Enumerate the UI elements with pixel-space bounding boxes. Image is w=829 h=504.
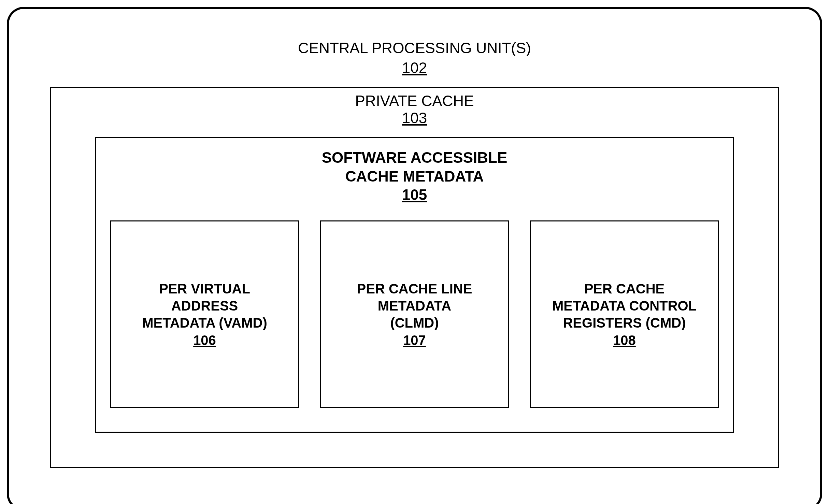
cmd-box: PER CACHE METADATA CONTROL REGISTERS (CM… — [530, 220, 719, 408]
cmd-line2: METADATA CONTROL — [552, 298, 697, 313]
cpu-title: CENTRAL PROCESSING UNIT(S) — [50, 40, 779, 57]
cmd-ref-number: 108 — [613, 333, 636, 348]
cmd-line1: PER CACHE — [584, 281, 665, 296]
vamd-line3: METADATA (VAMD) — [142, 315, 267, 330]
metadata-ref-number: 105 — [110, 186, 719, 203]
vamd-title: PER VIRTUAL ADDRESS METADATA (VAMD) — [142, 280, 267, 331]
cmd-title: PER CACHE METADATA CONTROL REGISTERS (CM… — [552, 280, 697, 331]
inner-boxes-row: PER VIRTUAL ADDRESS METADATA (VAMD) 106 … — [110, 220, 719, 408]
clmd-title: PER CACHE LINE METADATA (CLMD) — [357, 280, 472, 331]
metadata-title: SOFTWARE ACCESSIBLE CACHE METADATA — [110, 148, 719, 186]
private-cache-title: PRIVATE CACHE — [95, 92, 734, 110]
private-cache-ref-number: 103 — [95, 110, 734, 127]
metadata-title-line1: SOFTWARE ACCESSIBLE — [322, 149, 508, 166]
clmd-line1: PER CACHE LINE — [357, 281, 472, 296]
vamd-line1: PER VIRTUAL — [159, 281, 250, 296]
clmd-box: PER CACHE LINE METADATA (CLMD) 107 — [320, 220, 509, 408]
private-cache-box: PRIVATE CACHE 103 SOFTWARE ACCESSIBLE CA… — [50, 87, 779, 468]
cpu-ref-number: 102 — [50, 59, 779, 76]
cpu-container: CENTRAL PROCESSING UNIT(S) 102 PRIVATE C… — [7, 7, 822, 504]
metadata-title-line2: CACHE METADATA — [345, 168, 484, 185]
vamd-box: PER VIRTUAL ADDRESS METADATA (VAMD) 106 — [110, 220, 299, 408]
clmd-ref-number: 107 — [403, 333, 426, 348]
cmd-line3: REGISTERS (CMD) — [563, 315, 686, 330]
clmd-line3: (CLMD) — [390, 315, 439, 330]
vamd-line2: ADDRESS — [171, 298, 238, 313]
clmd-line2: METADATA — [378, 298, 452, 313]
software-accessible-metadata-box: SOFTWARE ACCESSIBLE CACHE METADATA 105 P… — [95, 137, 734, 433]
vamd-ref-number: 106 — [193, 333, 216, 348]
